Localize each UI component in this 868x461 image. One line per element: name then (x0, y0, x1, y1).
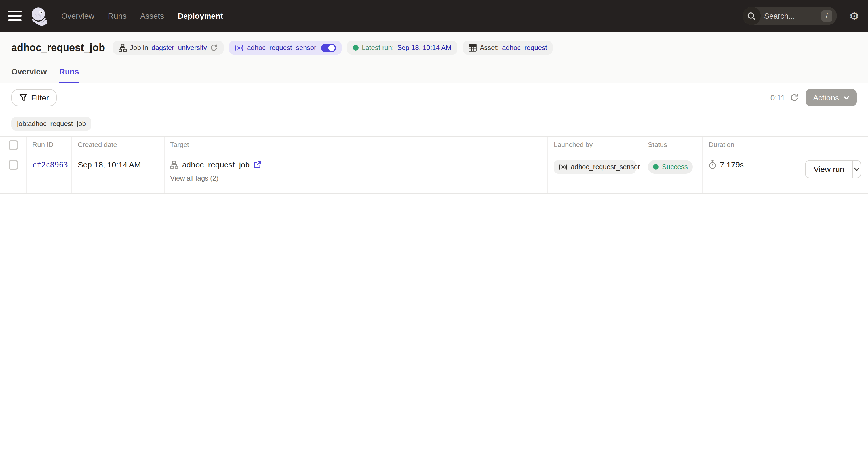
column-header-status: Status (642, 137, 703, 153)
asset-table-icon (468, 44, 476, 52)
actions-button-label: Actions (813, 93, 839, 102)
view-all-tags-link[interactable]: View all tags (2) (170, 174, 218, 182)
column-header-actions (799, 137, 868, 153)
status-dot (653, 164, 659, 170)
table-header-row: Run ID Created date Target Launched by S… (0, 136, 868, 153)
sensor-link[interactable]: adhoc_request_sensor (247, 44, 316, 52)
actions-button[interactable]: Actions (806, 89, 857, 106)
search-box[interactable]: / (743, 7, 837, 25)
sensor-icon (559, 163, 567, 171)
created-date-cell: Sep 18, 10:14 AM (72, 153, 164, 193)
target-job-name: adhoc_request_job (182, 160, 250, 169)
launched-by-label: adhoc_request_sensor (571, 163, 640, 171)
app: Overview Runs Assets Deployment / ⚙ adho… (0, 0, 868, 461)
row-select-cell (0, 153, 27, 193)
nav-item-assets[interactable]: Assets (140, 11, 164, 21)
title-row: adhoc_request_job Job in dagster_univers… (0, 32, 868, 59)
column-header-target: Target (164, 137, 548, 153)
view-run-button[interactable]: View run (806, 161, 853, 178)
view-run-split-button: View run (805, 160, 861, 178)
tabs: Overview Runs (0, 61, 868, 83)
nav-item-runs[interactable]: Runs (108, 11, 126, 21)
asset-badge: Asset: adhoc_request (463, 41, 553, 55)
row-checkbox[interactable] (8, 160, 18, 170)
launched-by-cell: adhoc_request_sensor (548, 153, 642, 193)
status-label: Success (662, 163, 688, 171)
tab-runs[interactable]: Runs (59, 61, 79, 83)
status-badge[interactable]: Success (648, 160, 693, 174)
refresh-icon[interactable] (790, 93, 799, 102)
sensor-badge: adhoc_request_sensor (229, 41, 341, 55)
latest-run-badge: Latest run: Sep 18, 10:14 AM (347, 41, 457, 55)
stopwatch-icon (709, 160, 716, 169)
job-badge-prefix: Job in (130, 44, 148, 52)
runs-table: Run ID Created date Target Launched by S… (0, 136, 868, 194)
funnel-icon (19, 94, 27, 102)
view-run-caret-button[interactable] (853, 161, 861, 178)
column-header-launched-by: Launched by (548, 137, 642, 153)
target-cell: adhoc_request_job View all tags (2) (164, 153, 548, 193)
select-all-cell (0, 137, 27, 153)
column-header-run-id: Run ID (27, 137, 72, 153)
page-title: adhoc_request_job (11, 42, 105, 54)
page-header: adhoc_request_job Job in dagster_univers… (0, 32, 868, 83)
filter-tag-row: job:adhoc_request_job (0, 112, 868, 136)
select-all-checkbox[interactable] (8, 140, 18, 150)
nav-item-overview[interactable]: Overview (61, 11, 94, 21)
status-cell: Success (642, 153, 703, 193)
search-icon (743, 7, 761, 25)
table-row: cf2c8963 Sep 18, 10:14 AM adhoc_request_… (0, 153, 868, 194)
latest-run-status-dot (352, 45, 358, 51)
run-id-cell: cf2c8963 (27, 153, 72, 193)
settings-gear-icon[interactable]: ⚙ (849, 10, 859, 21)
search-input[interactable] (761, 12, 821, 20)
job-fork-icon (119, 44, 126, 52)
job-fork-icon (170, 161, 178, 169)
filter-button[interactable]: Filter (11, 89, 57, 106)
launched-by-pill[interactable]: adhoc_request_sensor (554, 160, 636, 174)
duration-value: 7.179s (720, 160, 744, 169)
nav-item-deployment[interactable]: Deployment (178, 11, 223, 21)
reload-location-icon[interactable] (210, 44, 218, 52)
filter-tag[interactable]: job:adhoc_request_job (11, 117, 92, 131)
refresh-countdown: 0:11 (770, 93, 785, 102)
code-location-link[interactable]: dagster_university (152, 44, 207, 52)
search-shortcut-key: / (821, 10, 832, 22)
latest-run-link[interactable]: Sep 18, 10:14 AM (397, 44, 452, 52)
run-id-link[interactable]: cf2c8963 (32, 161, 68, 169)
column-header-created-date: Created date (72, 137, 164, 153)
column-header-duration: Duration (703, 137, 799, 153)
sensor-toggle[interactable] (321, 44, 336, 52)
row-actions-cell: View run (799, 153, 868, 193)
filter-button-label: Filter (31, 93, 49, 102)
hamburger-menu-icon[interactable] (8, 11, 22, 21)
chevron-down-icon (844, 96, 849, 99)
tab-overview[interactable]: Overview (11, 61, 47, 83)
duration-cell: 7.179s (703, 153, 799, 193)
dagster-logo-icon[interactable] (30, 6, 49, 26)
job-location-badge: Job in dagster_university (113, 41, 224, 55)
top-navbar: Overview Runs Assets Deployment / ⚙ (0, 0, 868, 32)
latest-run-label: Latest run: (362, 44, 394, 52)
open-in-new-icon[interactable] (254, 161, 261, 169)
runs-toolbar: Filter 0:11 Actions (0, 83, 868, 112)
asset-badge-prefix: Asset: (480, 44, 499, 52)
asset-link[interactable]: adhoc_request (502, 44, 547, 52)
primary-nav: Overview Runs Assets Deployment (61, 11, 223, 21)
sensor-icon (235, 44, 244, 52)
